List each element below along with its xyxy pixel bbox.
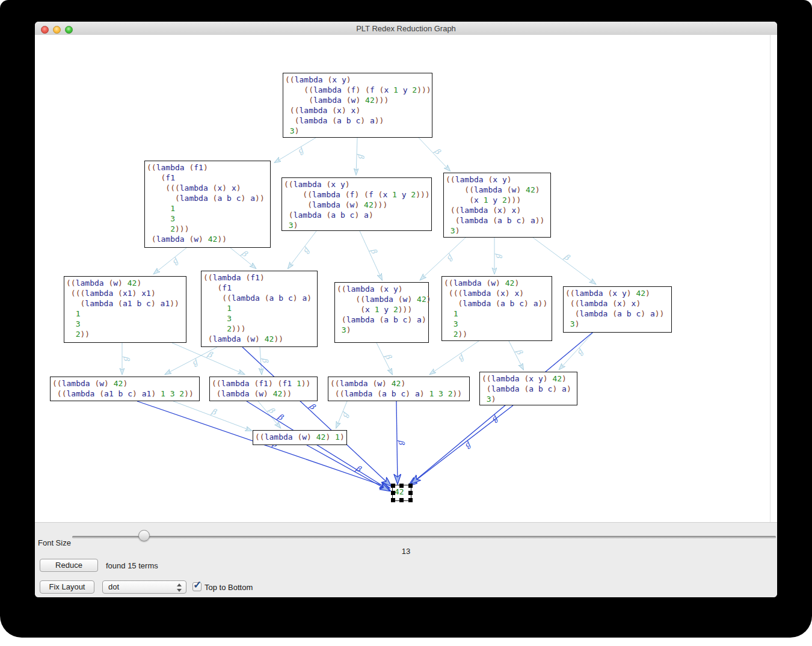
- reduction-edge-n3-n6: [288, 231, 316, 268]
- reduction-edge-n10-n14: [173, 401, 251, 431]
- control-panel: Font Size 13 Reduce found 15 terms Fix L…: [35, 522, 777, 597]
- reduction-edge-n4-n7: [420, 238, 466, 280]
- select-stepper-icon: [176, 583, 182, 592]
- graph-node-n7[interactable]: ((lambda (x y) ((lambda (w) 42) (x 1 y 2…: [334, 282, 429, 343]
- edge-beta-label: β: [464, 440, 473, 451]
- edge-beta-label: β: [494, 253, 503, 259]
- reduce-button[interactable]: Reduce: [40, 559, 98, 572]
- edge-beta-label: β: [260, 358, 270, 364]
- layout-algorithm-value: dot: [108, 582, 119, 591]
- graph-node-n13[interactable]: ((lambda (x y) 42) (lambda (a b c) a) 3): [479, 372, 577, 405]
- edge-beta-label: β: [490, 414, 500, 425]
- font-size-slider-thumb[interactable]: [138, 530, 150, 541]
- selection-handle[interactable]: [408, 491, 413, 495]
- font-size-label: Font Size: [38, 538, 71, 547]
- reduction-edge-n11-n14: [258, 401, 280, 428]
- edge-beta-label: β: [171, 257, 180, 267]
- reduction-edge-n6-n15: [242, 347, 391, 486]
- graph-node-n14[interactable]: ((lambda (w) 42) 1): [253, 430, 347, 445]
- edge-beta-label: β: [457, 353, 466, 363]
- reduction-edge-n8-n12: [430, 341, 479, 374]
- selection-handle[interactable]: [391, 491, 395, 495]
- edge-beta-label: β: [302, 246, 312, 256]
- edge-beta-label: β: [297, 146, 306, 156]
- edge-beta-label: β: [576, 348, 586, 358]
- terms-found-status: found 15 terms: [106, 561, 158, 570]
- reduction-edge-n1-n4: [419, 138, 450, 171]
- selection-handle[interactable]: [408, 484, 413, 488]
- selection-handle[interactable]: [399, 484, 404, 488]
- selection-handle[interactable]: [399, 498, 404, 502]
- graph-node-n6[interactable]: ((lambda (f1) (f1 ((lambda (a b c) a) 1 …: [201, 271, 318, 347]
- top-to-bottom-checkbox[interactable]: ✓: [192, 582, 201, 591]
- layout-algorithm-select[interactable]: dot: [102, 580, 186, 594]
- edge-beta-label: β: [210, 407, 218, 417]
- selection-handle[interactable]: [391, 484, 395, 488]
- reduction-edge-n11-n15: [247, 401, 390, 490]
- edge-beta-label: β: [122, 356, 131, 361]
- reduction-edge-n5-n11: [172, 343, 244, 374]
- reduction-edge-n9-n13: [559, 333, 593, 369]
- reduction-edge-n3-n7: [360, 231, 382, 280]
- reduction-edge-n1-n2: [275, 138, 316, 162]
- edge-beta-label: β: [341, 411, 351, 419]
- graph-node-n3[interactable]: ((lambda (x y) ((lambda (f) (f (x 1 y 2)…: [281, 177, 432, 231]
- title-bar[interactable]: PLT Redex Reduction Graph: [35, 22, 777, 35]
- top-to-bottom-label: Top to Bottom: [205, 583, 253, 592]
- graph-node-n1[interactable]: ((lambda (x y) ((lambda (f) (f (x 1 y 2)…: [283, 73, 432, 138]
- edge-beta-label: β: [240, 248, 250, 259]
- reduction-edge-n9-n15: [411, 333, 592, 484]
- reduction-graph-canvas: ββββββββββββββββββββββββββββ ((lambda (x…: [35, 35, 777, 522]
- checkmark-icon: ✓: [193, 579, 201, 591]
- edge-beta-label: β: [397, 440, 406, 446]
- graph-node-n5[interactable]: ((lambda (w) 42) (((lambda (x1) x1) (lam…: [64, 276, 186, 343]
- edge-beta-label: β: [266, 405, 277, 416]
- edge-beta-label: β: [445, 253, 455, 263]
- graph-node-n11[interactable]: ((lambda (f1) (f1 1)) (lambda (w) 42)): [209, 377, 318, 401]
- edge-beta-label: β: [432, 146, 443, 156]
- fix-layout-button[interactable]: Fix Layout: [40, 580, 94, 594]
- selection-handle[interactable]: [408, 498, 413, 502]
- font-size-value: 13: [35, 547, 777, 556]
- edge-beta-label: β: [357, 154, 366, 159]
- graph-node-n12[interactable]: ((lambda (w) 42) ((lambda (a b c) a) 1 3…: [328, 377, 470, 401]
- font-size-slider-track[interactable]: [72, 536, 776, 538]
- reduction-edge-n2-n5: [154, 248, 186, 274]
- graph-node-n15[interactable]: 42: [392, 485, 411, 501]
- edge-beta-label: β: [562, 252, 572, 262]
- graph-node-n10[interactable]: ((lambda (w) 42) ((lambda (a1 b c) a1) 1…: [50, 377, 200, 401]
- selection-handle[interactable]: [391, 498, 395, 502]
- window-title: PLT Redex Reduction Graph: [35, 24, 777, 33]
- graph-node-n8[interactable]: ((lambda (w) 42) (((lambda (x) x) (lambd…: [441, 276, 552, 341]
- reduction-edge-n2-n6: [230, 248, 256, 268]
- graph-node-n2[interactable]: ((lambda (f1) (f1 (((lambda (x) x) (lamb…: [144, 161, 271, 248]
- reduction-edge-n7-n12: [377, 343, 392, 374]
- graph-node-n9[interactable]: ((lambda (x y) 42) ((lambda (x) x) (lamb…: [563, 286, 672, 333]
- edge-beta-label: β: [307, 401, 318, 411]
- reduction-edge-n14-n15: [307, 445, 389, 491]
- plt-redex-window: PLT Redex Reduction Graph ββββββββββββββ…: [35, 22, 777, 597]
- canvas-right-gutter: [770, 35, 777, 522]
- graph-node-n4[interactable]: ((lambda (x y) ((lambda (w) 42) (x 1 y 2…: [443, 173, 551, 238]
